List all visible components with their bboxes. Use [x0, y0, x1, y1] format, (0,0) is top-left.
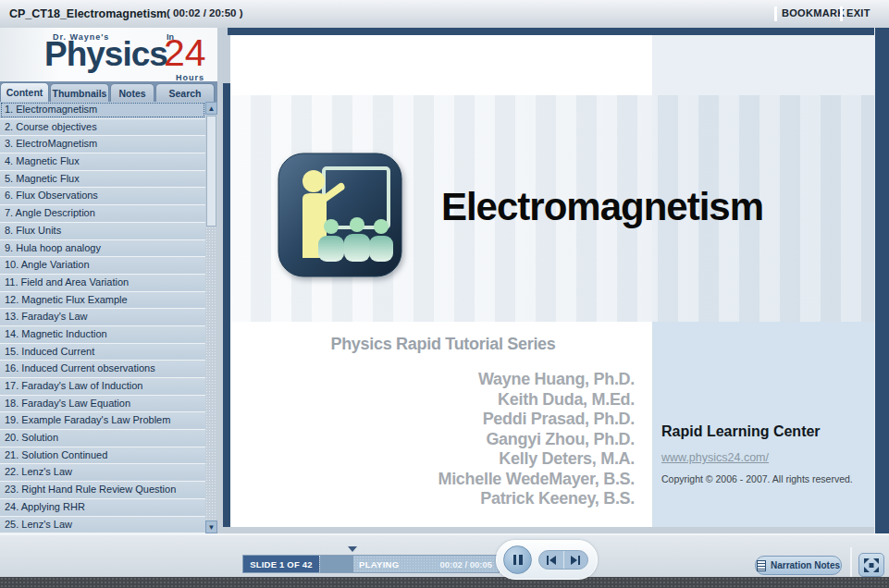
document-icon: [757, 560, 766, 571]
previous-slide-icon: [546, 556, 557, 565]
toc-item[interactable]: 12. Magnetic Flux Example: [0, 292, 205, 309]
slide-counter-badge: SLIDE 1 OF 42: [243, 556, 319, 572]
bottom-texture-strip: [0, 577, 889, 588]
slide-stage: Electromagnetism Physics Rapid Tutorial …: [217, 28, 889, 533]
toc-item[interactable]: 10. Angle Variation: [0, 257, 205, 274]
toc-item[interactable]: 1. Electromagnetism: [0, 102, 205, 118]
narration-notes-button[interactable]: Narration Notes: [755, 556, 842, 575]
fullscreen-button[interactable]: [858, 553, 884, 577]
scroll-down-arrow-icon: ▼: [208, 523, 216, 532]
separator: [850, 547, 852, 577]
progress-played-segment: [319, 556, 353, 572]
toc-item[interactable]: 25. Lenz's Law: [0, 517, 205, 533]
toc-item[interactable]: 18. Faraday's Law Equation: [0, 396, 205, 412]
progress-remaining-segment: PLAYING 00:02 / 00:05: [353, 556, 499, 572]
toc-item[interactable]: 9. Hula hoop analogy: [0, 240, 205, 257]
pause-icon: [513, 555, 517, 565]
slide-right-panel-top: [652, 35, 874, 95]
pause-button[interactable]: [503, 545, 532, 574]
author-name: Peddi Prasad, Ph.D.: [286, 410, 635, 430]
toc-item[interactable]: 20. Solution: [0, 430, 205, 447]
playback-console: [496, 540, 598, 580]
logo-name: Physics: [44, 35, 167, 74]
step-controls: [538, 550, 588, 570]
toc-item[interactable]: 3. ElectroMagnetism: [0, 136, 205, 153]
narration-notes-label: Narration Notes: [771, 560, 840, 570]
toc-item[interactable]: 2. Course objectives: [0, 119, 205, 136]
tab-content[interactable]: Content: [0, 82, 49, 102]
bookmark-button[interactable]: BOOKMARK: [782, 7, 845, 18]
toc-item[interactable]: 11. Field and Area Variation: [0, 275, 205, 291]
toc-item[interactable]: 24. Applying RHR: [0, 499, 205, 516]
toc-item[interactable]: 8. Flux Units: [0, 223, 205, 239]
toc-item[interactable]: 6. Flux Observations: [0, 188, 205, 204]
author-name: Keith Duda, M.Ed.: [286, 390, 635, 410]
toc-item[interactable]: 14. Magnetic Induction: [0, 326, 205, 343]
next-slide-button[interactable]: [564, 551, 588, 569]
logo-number: 24: [164, 31, 206, 75]
player-window: CP_CT18_Electromagnetism ( 00:02 / 20:50…: [0, 0, 889, 588]
logo-hours: Hours: [176, 73, 204, 81]
separator: [840, 6, 843, 21]
previous-slide-button[interactable]: [539, 551, 564, 569]
copyright-text: Copyright © 2006 - 2007. All rights rese…: [661, 473, 867, 484]
authors-list: Wayne Huang, Ph.D.Keith Duda, M.Ed.Peddi…: [286, 370, 635, 509]
teacher-presentation-icon: [278, 153, 402, 277]
scrollbar-thumb[interactable]: [206, 116, 216, 227]
series-subtitle: Physics Rapid Tutorial Series: [258, 335, 628, 354]
toc-item[interactable]: 15. Induced Current: [0, 344, 205, 361]
scroll-up-arrow-icon: ▲: [208, 104, 216, 113]
stage-frame-right: [874, 28, 889, 533]
toc-list: 1. Electromagnetism2. Course objectives3…: [0, 102, 205, 533]
author-name: Wayne Huang, Ph.D.: [286, 370, 635, 390]
toc-item[interactable]: 17. Faraday's Law of Induction: [0, 378, 205, 395]
top-bar: CP_CT18_Electromagnetism ( 00:02 / 20:50…: [0, 0, 889, 29]
author-name: Gangyi Zhou, Ph.D.: [286, 430, 635, 450]
toc-item[interactable]: 16. Induced Current observations: [0, 361, 205, 377]
org-panel: Rapid Learning Center www.physics24.com/…: [661, 423, 867, 484]
author-name: Patrick Keeney, B.S.: [286, 489, 635, 509]
scroll-down-button[interactable]: ▼: [205, 521, 217, 533]
toc-item[interactable]: 5. Magnetic Flux: [0, 171, 205, 188]
fullscreen-icon: [864, 558, 879, 572]
toc-item[interactable]: 22. Lenz's Law: [0, 464, 205, 481]
toc-item[interactable]: 4. Magnetic Flux: [0, 153, 205, 170]
org-name: Rapid Learning Center: [661, 423, 867, 440]
toc-item[interactable]: 7. Angle Description: [0, 205, 205, 222]
toc-item[interactable]: 13. Faraday's Law: [0, 309, 205, 325]
toc-item[interactable]: 23. Right Hand Rule Review Question: [0, 482, 205, 498]
playback-status: PLAYING: [359, 559, 399, 570]
scroll-up-button[interactable]: ▲: [205, 102, 217, 115]
toc-scrollbar[interactable]: ▲ ▼: [205, 102, 217, 533]
progress-marker-icon[interactable]: [348, 546, 357, 552]
separator: [774, 6, 777, 21]
author-name: Kelly Deters, M.A.: [286, 449, 635, 470]
org-url-link[interactable]: www.physics24.com/: [661, 451, 867, 464]
lecture-title: CP_CT18_Electromagnetism: [9, 7, 167, 20]
stage-frame-top: [228, 28, 889, 35]
stage-frame-left: [223, 83, 230, 527]
tab-thumbnails[interactable]: Thumbnails: [50, 83, 109, 102]
sidebar-tabbar: Content Thumbnails Notes Search: [0, 81, 217, 102]
exit-button[interactable]: EXIT: [846, 7, 870, 18]
brand-logo: Dr. Wayne's Physics In 24 Hours: [0, 28, 217, 81]
slide-progress-bar[interactable]: SLIDE 1 OF 42 PLAYING 00:02 / 00:05: [242, 555, 500, 573]
next-slide-icon: [570, 556, 581, 565]
toc-item[interactable]: 21. Solution Continued: [0, 447, 205, 464]
slide-title: Electromagnetism: [417, 185, 787, 229]
tab-notes[interactable]: Notes: [110, 83, 154, 102]
slide-time-display: 00:02 / 00:05: [439, 559, 492, 570]
slide-canvas: Electromagnetism Physics Rapid Tutorial …: [230, 35, 874, 527]
tab-search[interactable]: Search: [155, 83, 215, 102]
author-name: Michelle WedeMayer, B.S.: [286, 470, 635, 490]
toc-item[interactable]: 19. Example Faraday's Law Problem: [0, 412, 205, 429]
pause-icon: [519, 555, 523, 565]
total-time-display: ( 00:02 / 20:50 ): [167, 7, 242, 18]
